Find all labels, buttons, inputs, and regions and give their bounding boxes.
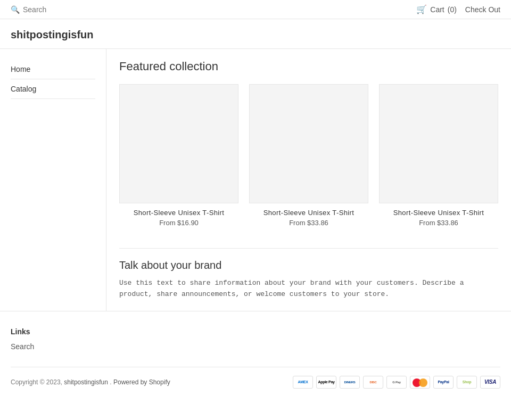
product-price-1: From $33.86: [249, 219, 368, 227]
product-grid: Short-Sleeve Unisex T-Shirt From $16.90 …: [119, 84, 498, 227]
cart-link[interactable]: 🛒 Cart (0): [416, 4, 457, 14]
footer-links-title: Links: [11, 327, 75, 336]
product-image-2: [379, 84, 498, 203]
brand-section: Talk about your brand Use this text to s…: [119, 248, 498, 300]
footer-powered-by-link[interactable]: Powered by Shopify: [113, 378, 170, 386]
header: 🔍 🛒 Cart (0) Check Out: [0, 0, 511, 19]
sidebar: Home Catalog: [0, 49, 106, 311]
main-layout: Home Catalog Featured collection Short-S…: [0, 49, 511, 311]
footer-top: Links Search: [11, 327, 500, 351]
featured-collection-title: Featured collection: [119, 60, 498, 73]
payment-icon-applepay: Apple Pay: [316, 376, 336, 389]
payment-icon-discover: DISC: [363, 376, 383, 389]
footer-store-name-link[interactable]: shitpostingisfun: [64, 378, 110, 386]
search-icon: 🔍: [11, 5, 20, 14]
product-name-0: Short-Sleeve Unisex T-Shirt: [119, 209, 238, 217]
sidebar-link-home[interactable]: Home: [11, 60, 95, 79]
product-card-1[interactable]: Short-Sleeve Unisex T-Shirt From $33.86: [249, 84, 368, 227]
payment-icon-googlepay: G Pay: [386, 376, 407, 389]
product-name-1: Short-Sleeve Unisex T-Shirt: [249, 209, 368, 217]
product-price-2: From $33.86: [379, 219, 498, 227]
product-card-2[interactable]: Short-Sleeve Unisex T-Shirt From $33.86: [379, 84, 498, 227]
sidebar-item-home: Home: [11, 60, 95, 79]
store-title-link[interactable]: shitpostingisfun: [11, 29, 94, 40]
footer-nav: Search: [11, 342, 75, 351]
payment-icon-amex: AMEX: [293, 376, 313, 389]
cart-count: (0): [448, 5, 457, 14]
payment-icon-visa: VISA: [480, 376, 500, 389]
header-right: 🛒 Cart (0) Check Out: [416, 4, 500, 14]
product-image-1: [249, 84, 368, 203]
header-search-form: 🔍: [11, 5, 416, 14]
sidebar-item-catalog: Catalog: [11, 79, 95, 99]
store-title: shitpostingisfun: [11, 29, 94, 40]
footer-links-section: Links Search: [11, 327, 75, 351]
product-name-2: Short-Sleeve Unisex T-Shirt: [379, 209, 498, 217]
cart-icon: 🛒: [416, 4, 427, 14]
footer: Links Search Copyright © 2023, shitposti…: [0, 311, 511, 399]
sidebar-link-catalog[interactable]: Catalog: [11, 79, 95, 98]
product-image-0: [119, 84, 238, 203]
payment-icon-mastercard: [410, 376, 430, 389]
footer-bottom: Copyright © 2023, shitpostingisfun . Pow…: [11, 367, 500, 389]
search-input[interactable]: [23, 5, 119, 14]
payment-icon-shopify: Shop: [457, 376, 477, 389]
store-title-bar: shitpostingisfun: [0, 19, 511, 49]
product-card-0[interactable]: Short-Sleeve Unisex T-Shirt From $16.90: [119, 84, 238, 227]
cart-label: Cart: [430, 5, 444, 14]
payment-icons: AMEX Apple Pay DINERS DISC G Pay PayPal …: [293, 376, 500, 389]
product-price-0: From $16.90: [119, 219, 238, 227]
payment-icon-paypal: PayPal: [433, 376, 454, 389]
main-content: Featured collection Short-Sleeve Unisex …: [106, 49, 511, 311]
checkout-link[interactable]: Check Out: [465, 5, 500, 14]
sidebar-nav: Home Catalog: [11, 60, 95, 99]
footer-copyright: Copyright © 2023, shitpostingisfun . Pow…: [11, 378, 170, 386]
footer-nav-item-search: Search: [11, 342, 75, 351]
brand-section-text: Use this text to share information about…: [119, 278, 498, 300]
brand-section-title: Talk about your brand: [119, 259, 498, 271]
payment-icon-diners: DINERS: [340, 376, 360, 389]
checkout-label: Check Out: [465, 5, 500, 14]
footer-search-link[interactable]: Search: [11, 342, 34, 351]
